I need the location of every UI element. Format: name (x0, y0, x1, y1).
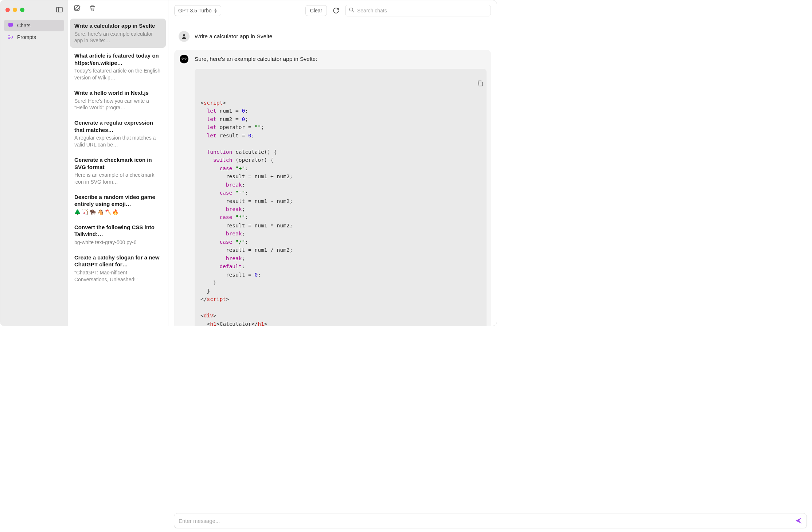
chat-item[interactable]: Describe a random video game entirely us… (70, 190, 166, 219)
chat-item-title: Create a catchy slogan for a new ChatGPT… (74, 254, 161, 268)
chat-item[interactable]: Generate a checkmark icon in SVG formatH… (70, 153, 166, 189)
clear-label: Clear (310, 8, 322, 13)
chevron-updown-icon: ▲▼ (214, 8, 218, 13)
chat-item-title: Describe a random video game entirely us… (74, 193, 161, 208)
chat-item[interactable]: Write a calculator app in SvelteSure, he… (70, 19, 166, 48)
assistant-message-text: Sure, here's an example calculator app i… (195, 55, 487, 63)
code-content: <script> let num1 = 0; let num2 = 0; let… (200, 99, 481, 326)
chat-item-preview: 🌲 🏹 🦬 🐴 🪓 🔥 (74, 209, 161, 216)
chat-item-preview: Today's featured article on the English … (74, 67, 161, 81)
chat-item-preview: "ChatGPT: Mac-nificent Conversations, Un… (74, 269, 161, 283)
nav-item-label: Prompts (17, 34, 36, 40)
chat-item-title: Write a calculator app in Svelte (74, 22, 161, 30)
chat-item-title: Generate a regular expression that match… (74, 119, 161, 133)
svg-point-9 (185, 58, 186, 59)
model-select[interactable]: GPT 3.5 Turbo ▲▼ (174, 5, 221, 16)
model-label: GPT 3.5 Turbo (178, 8, 212, 13)
svg-point-4 (183, 34, 185, 36)
chat-item-title: Write a hello world in Next.js (74, 89, 161, 97)
chat-item-preview: bg-white text-gray-500 py-6 (74, 239, 161, 246)
chat-item[interactable]: What article is featured today on https:… (70, 48, 166, 85)
window-close[interactable] (5, 8, 10, 12)
assistant-message-row: Sure, here's an example calculator app i… (174, 50, 491, 326)
svg-rect-0 (56, 7, 62, 12)
reload-button[interactable] (331, 6, 341, 15)
chat-item[interactable]: Generate a regular expression that match… (70, 116, 166, 152)
chat-items: Write a calculator app in SvelteSure, he… (68, 16, 168, 289)
search-wrap (345, 5, 491, 16)
user-message-text: Write a calculator app in Svelte (195, 32, 487, 40)
chat-item-title: Generate a checkmark icon in SVG format (74, 156, 161, 171)
search-input[interactable] (345, 5, 491, 16)
chat-item-preview: A regular expression that matches a vali… (74, 134, 161, 148)
chat-item[interactable]: Create a catchy slogan for a new ChatGPT… (70, 250, 166, 287)
chat-icon (8, 23, 13, 28)
chat-item-preview: Sure, here's an example calculator app i… (74, 31, 161, 44)
search-icon (349, 7, 354, 14)
chat-item-title: Convert the following CSS into Tailwind:… (74, 224, 161, 238)
delete-chat-button[interactable] (89, 5, 96, 12)
chat-item[interactable]: Write a hello world in Next.jsSure! Here… (70, 86, 166, 115)
window-minimize[interactable] (13, 8, 17, 12)
prompts-icon (8, 34, 13, 40)
copy-code-button[interactable] (439, 72, 484, 97)
chat-item[interactable]: Convert the following CSS into Tailwind:… (70, 220, 166, 250)
nav-item-label: Chats (17, 23, 31, 28)
nav-list: Chats Prompts (0, 17, 68, 45)
svg-point-10 (181, 56, 182, 57)
chat-list-column: Write a calculator app in SvelteSure, he… (68, 0, 168, 326)
svg-rect-12 (479, 82, 483, 86)
conversation: Write a calculator app in Svelte Sure, h… (168, 21, 497, 326)
user-message-row: Write a calculator app in Svelte (174, 27, 491, 46)
code-block: <script> let num1 = 0; let num2 = 0; let… (195, 69, 487, 326)
svg-point-8 (182, 58, 183, 59)
chat-item-title: What article is featured today on https:… (74, 52, 161, 66)
new-chat-button[interactable] (74, 5, 81, 12)
clear-button[interactable]: Clear (305, 5, 327, 16)
svg-point-3 (350, 8, 353, 11)
main-pane: GPT 3.5 Turbo ▲▼ Clear Write a calculato… (168, 0, 497, 326)
window-maximize[interactable] (20, 8, 24, 12)
user-avatar (179, 31, 190, 42)
window-controls (0, 4, 68, 17)
assistant-avatar (179, 54, 190, 64)
chat-item-preview: Sure! Here's how you can write a "Hello … (74, 98, 161, 112)
nav-item-chats[interactable]: Chats (4, 20, 64, 31)
chat-list-toolbar (68, 0, 168, 16)
nav-sidebar: Chats Prompts (0, 0, 68, 326)
chat-item-preview: Here is an example of a checkmark icon i… (74, 172, 161, 185)
svg-point-11 (186, 56, 187, 57)
sidebar-toggle-icon[interactable] (56, 7, 63, 12)
nav-item-prompts[interactable]: Prompts (4, 31, 64, 43)
main-toolbar: GPT 3.5 Turbo ▲▼ Clear (168, 0, 497, 21)
